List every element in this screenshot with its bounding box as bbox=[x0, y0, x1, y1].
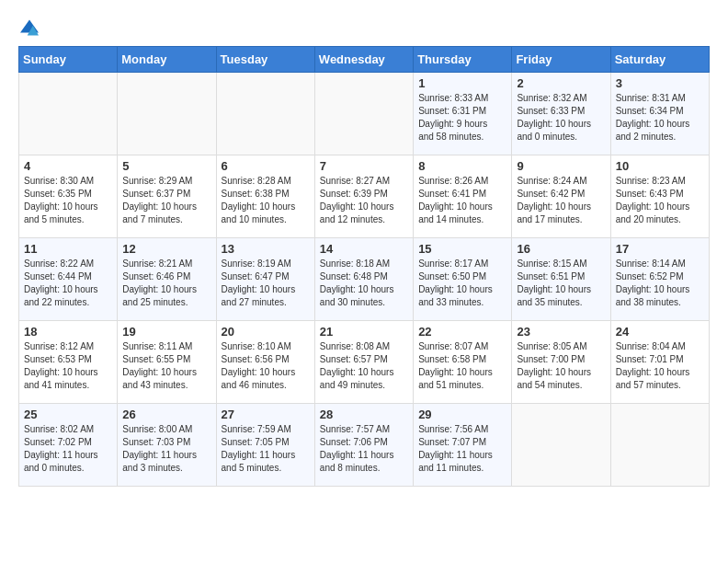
calendar-cell: 29Sunrise: 7:56 AM Sunset: 7:07 PM Dayli… bbox=[414, 404, 512, 487]
day-number: 2 bbox=[517, 76, 605, 90]
calendar-cell: 27Sunrise: 7:59 AM Sunset: 7:05 PM Dayli… bbox=[216, 404, 314, 487]
day-info: Sunrise: 8:33 AM Sunset: 6:31 PM Dayligh… bbox=[418, 92, 506, 144]
calendar-cell: 17Sunrise: 8:14 AM Sunset: 6:52 PM Dayli… bbox=[610, 238, 709, 321]
day-info: Sunrise: 8:30 AM Sunset: 6:35 PM Dayligh… bbox=[24, 175, 112, 226]
day-number: 16 bbox=[517, 242, 605, 256]
day-number: 27 bbox=[222, 408, 310, 421]
day-info: Sunrise: 8:32 AM Sunset: 6:33 PM Dayligh… bbox=[517, 92, 605, 144]
calendar-cell: 19Sunrise: 8:11 AM Sunset: 6:55 PM Dayli… bbox=[118, 321, 216, 404]
calendar-cell: 22Sunrise: 8:07 AM Sunset: 6:58 PM Dayli… bbox=[414, 321, 512, 404]
calendar-cell: 14Sunrise: 8:18 AM Sunset: 6:48 PM Dayli… bbox=[314, 238, 413, 321]
day-number: 28 bbox=[320, 408, 408, 421]
day-info: Sunrise: 8:22 AM Sunset: 6:44 PM Dayligh… bbox=[24, 258, 112, 309]
calendar-cell: 12Sunrise: 8:21 AM Sunset: 6:46 PM Dayli… bbox=[118, 238, 216, 321]
weekday-header-sunday: Sunday bbox=[19, 47, 118, 73]
weekday-header-monday: Monday bbox=[118, 47, 216, 73]
weekday-header-saturday: Saturday bbox=[610, 47, 709, 73]
day-number: 15 bbox=[418, 242, 506, 256]
calendar-cell: 8Sunrise: 8:26 AM Sunset: 6:41 PM Daylig… bbox=[414, 155, 512, 238]
day-number: 8 bbox=[418, 159, 506, 173]
calendar-cell bbox=[118, 73, 216, 155]
day-info: Sunrise: 8:18 AM Sunset: 6:48 PM Dayligh… bbox=[320, 258, 408, 309]
day-info: Sunrise: 8:28 AM Sunset: 6:38 PM Dayligh… bbox=[222, 175, 310, 226]
day-info: Sunrise: 8:04 AM Sunset: 7:01 PM Dayligh… bbox=[616, 340, 704, 392]
day-number: 7 bbox=[320, 159, 408, 173]
calendar-cell: 21Sunrise: 8:08 AM Sunset: 6:57 PM Dayli… bbox=[314, 321, 413, 404]
day-number: 12 bbox=[122, 242, 210, 256]
calendar-cell: 13Sunrise: 8:19 AM Sunset: 6:47 PM Dayli… bbox=[216, 238, 314, 321]
calendar-table: SundayMondayTuesdayWednesdayThursdayFrid… bbox=[18, 46, 710, 487]
calendar-cell: 7Sunrise: 8:27 AM Sunset: 6:39 PM Daylig… bbox=[314, 155, 413, 238]
day-number: 26 bbox=[122, 408, 210, 421]
calendar-cell: 6Sunrise: 8:28 AM Sunset: 6:38 PM Daylig… bbox=[216, 155, 314, 238]
weekday-header-tuesday: Tuesday bbox=[216, 47, 314, 73]
day-info: Sunrise: 8:26 AM Sunset: 6:41 PM Dayligh… bbox=[418, 175, 506, 226]
day-number: 24 bbox=[616, 325, 704, 339]
day-number: 14 bbox=[320, 242, 408, 256]
calendar-cell bbox=[512, 404, 610, 487]
calendar-cell: 11Sunrise: 8:22 AM Sunset: 6:44 PM Dayli… bbox=[19, 238, 118, 321]
calendar-cell: 15Sunrise: 8:17 AM Sunset: 6:50 PM Dayli… bbox=[414, 238, 512, 321]
day-info: Sunrise: 8:31 AM Sunset: 6:34 PM Dayligh… bbox=[616, 92, 704, 144]
calendar-cell: 18Sunrise: 8:12 AM Sunset: 6:53 PM Dayli… bbox=[19, 321, 118, 404]
day-number: 20 bbox=[222, 325, 310, 339]
day-number: 21 bbox=[320, 325, 408, 339]
weekday-header-friday: Friday bbox=[512, 47, 610, 73]
day-info: Sunrise: 8:19 AM Sunset: 6:47 PM Dayligh… bbox=[222, 258, 310, 309]
day-number: 6 bbox=[222, 159, 310, 173]
calendar-cell: 4Sunrise: 8:30 AM Sunset: 6:35 PM Daylig… bbox=[19, 155, 118, 238]
day-info: Sunrise: 8:23 AM Sunset: 6:43 PM Dayligh… bbox=[616, 175, 704, 226]
calendar-cell: 2Sunrise: 8:32 AM Sunset: 6:33 PM Daylig… bbox=[512, 73, 610, 155]
calendar-week-5: 25Sunrise: 8:02 AM Sunset: 7:02 PM Dayli… bbox=[19, 404, 710, 487]
day-number: 25 bbox=[24, 408, 112, 421]
day-info: Sunrise: 8:05 AM Sunset: 7:00 PM Dayligh… bbox=[517, 340, 605, 392]
day-number: 9 bbox=[517, 159, 605, 173]
day-number: 22 bbox=[418, 325, 506, 339]
day-info: Sunrise: 8:29 AM Sunset: 6:37 PM Dayligh… bbox=[122, 175, 210, 226]
day-info: Sunrise: 8:10 AM Sunset: 6:56 PM Dayligh… bbox=[222, 340, 310, 392]
calendar-cell: 25Sunrise: 8:02 AM Sunset: 7:02 PM Dayli… bbox=[19, 404, 118, 487]
calendar-cell bbox=[19, 73, 118, 155]
day-info: Sunrise: 8:00 AM Sunset: 7:03 PM Dayligh… bbox=[122, 423, 210, 475]
calendar-cell: 24Sunrise: 8:04 AM Sunset: 7:01 PM Dayli… bbox=[610, 321, 709, 404]
day-number: 10 bbox=[616, 159, 704, 173]
weekday-header-wednesday: Wednesday bbox=[314, 47, 413, 73]
calendar-week-1: 1Sunrise: 8:33 AM Sunset: 6:31 PM Daylig… bbox=[19, 73, 710, 155]
day-number: 23 bbox=[517, 325, 605, 339]
day-info: Sunrise: 8:08 AM Sunset: 6:57 PM Dayligh… bbox=[320, 340, 408, 392]
day-info: Sunrise: 8:02 AM Sunset: 7:02 PM Dayligh… bbox=[24, 423, 112, 475]
calendar-week-2: 4Sunrise: 8:30 AM Sunset: 6:35 PM Daylig… bbox=[19, 155, 710, 238]
calendar-cell bbox=[216, 73, 314, 155]
day-info: Sunrise: 8:17 AM Sunset: 6:50 PM Dayligh… bbox=[418, 258, 506, 309]
day-number: 18 bbox=[24, 325, 112, 339]
day-info: Sunrise: 8:14 AM Sunset: 6:52 PM Dayligh… bbox=[616, 258, 704, 309]
day-info: Sunrise: 8:12 AM Sunset: 6:53 PM Dayligh… bbox=[24, 340, 112, 392]
day-info: Sunrise: 7:56 AM Sunset: 7:07 PM Dayligh… bbox=[418, 423, 506, 475]
day-info: Sunrise: 8:11 AM Sunset: 6:55 PM Dayligh… bbox=[122, 340, 210, 392]
day-number: 1 bbox=[418, 76, 506, 90]
day-info: Sunrise: 8:15 AM Sunset: 6:51 PM Dayligh… bbox=[517, 258, 605, 309]
day-number: 13 bbox=[222, 242, 310, 256]
calendar-week-4: 18Sunrise: 8:12 AM Sunset: 6:53 PM Dayli… bbox=[19, 321, 710, 404]
day-number: 29 bbox=[418, 408, 506, 421]
day-number: 5 bbox=[122, 159, 210, 173]
day-number: 11 bbox=[24, 242, 112, 256]
calendar-cell: 9Sunrise: 8:24 AM Sunset: 6:42 PM Daylig… bbox=[512, 155, 610, 238]
calendar-cell: 23Sunrise: 8:05 AM Sunset: 7:00 PM Dayli… bbox=[512, 321, 610, 404]
calendar-cell: 10Sunrise: 8:23 AM Sunset: 6:43 PM Dayli… bbox=[610, 155, 709, 238]
calendar-cell: 16Sunrise: 8:15 AM Sunset: 6:51 PM Dayli… bbox=[512, 238, 610, 321]
page-header bbox=[18, 18, 710, 37]
day-number: 19 bbox=[122, 325, 210, 339]
calendar-cell: 5Sunrise: 8:29 AM Sunset: 6:37 PM Daylig… bbox=[118, 155, 216, 238]
day-info: Sunrise: 8:24 AM Sunset: 6:42 PM Dayligh… bbox=[517, 175, 605, 226]
day-number: 3 bbox=[616, 76, 704, 90]
calendar-cell: 20Sunrise: 8:10 AM Sunset: 6:56 PM Dayli… bbox=[216, 321, 314, 404]
calendar-cell: 26Sunrise: 8:00 AM Sunset: 7:03 PM Dayli… bbox=[118, 404, 216, 487]
day-number: 4 bbox=[24, 159, 112, 173]
calendar-cell: 3Sunrise: 8:31 AM Sunset: 6:34 PM Daylig… bbox=[610, 73, 709, 155]
weekday-header-thursday: Thursday bbox=[414, 47, 512, 73]
calendar-week-3: 11Sunrise: 8:22 AM Sunset: 6:44 PM Dayli… bbox=[19, 238, 710, 321]
calendar-cell: 1Sunrise: 8:33 AM Sunset: 6:31 PM Daylig… bbox=[414, 73, 512, 155]
logo-icon bbox=[18, 18, 40, 37]
day-info: Sunrise: 8:21 AM Sunset: 6:46 PM Dayligh… bbox=[122, 258, 210, 309]
